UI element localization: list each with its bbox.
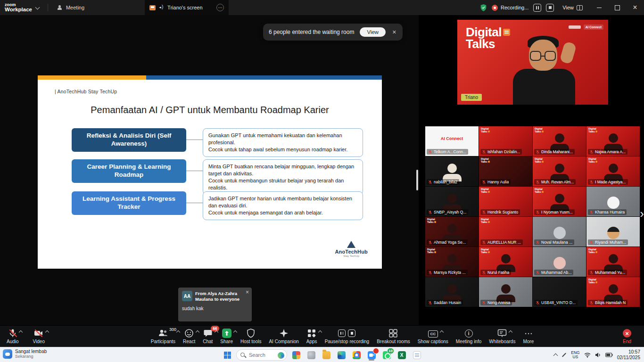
digital-talks-mini-logo: Digital Talks [588, 248, 597, 254]
pause-stop-recording-button[interactable]: Pause/stop recording [325, 329, 370, 344]
whatsapp-app-icon[interactable]: 10 [380, 349, 393, 361]
next-page-arrow-icon[interactable] [640, 207, 644, 220]
participant-tile[interactable]: Digital Talks I Nyoman Yusm... [533, 187, 586, 216]
participant-tile[interactable]: Digital Talks Najwa Amara A... [586, 126, 640, 156]
stage-scrollbar[interactable] [416, 170, 418, 190]
notification-view-button[interactable]: View [360, 27, 386, 37]
speaker-icon [159, 5, 164, 10]
ai-connect-logo: AI Connect [425, 126, 479, 150]
show-captions-button[interactable]: Show captions [418, 329, 448, 344]
presentation-slide: | AnoTechHub Stay TechUp Pemanfaatan AI … [38, 75, 382, 269]
participant-tile[interactable]: Digital Talks SNBP_Aisyah Q... [425, 187, 479, 216]
volume-icon[interactable] [595, 352, 601, 358]
chevron-down-icon[interactable] [35, 5, 40, 9]
pen-icon[interactable] [562, 353, 566, 357]
participant-tile[interactable]: Digital Talks Marsya Rizkyta ... [425, 247, 479, 277]
share-screen-icon [222, 329, 231, 338]
participant-tile[interactable]: Digital Talks Noval Maulana ... [533, 217, 586, 247]
excel-app-icon[interactable] [396, 349, 408, 361]
chevron-up-icon[interactable] [19, 330, 23, 334]
chrome-browser-icon[interactable] [350, 349, 363, 361]
photos-app-icon[interactable] [290, 349, 302, 361]
ai-companion-button[interactable]: AI Companion [269, 329, 298, 344]
participants-button[interactable]: 300 Participants [151, 329, 175, 344]
security-shield-icon[interactable] [480, 4, 487, 12]
chat-popup-close-icon[interactable]: × [246, 289, 249, 296]
edge-browser-icon[interactable] [335, 349, 347, 361]
chevron-up-icon[interactable] [318, 330, 322, 334]
participant-tile[interactable]: Digital Talks Bilqis Hamidah N [586, 277, 640, 307]
video-button[interactable]: Video [33, 329, 45, 344]
chevron-up-icon[interactable] [45, 330, 49, 334]
participant-tile[interactable]: Digital Talks Muhammad Yu... [586, 247, 640, 277]
participant-tile[interactable]: Digital Talks AURELLIA NUR ... [479, 217, 532, 247]
participant-name: USB48_VINTO D... [541, 300, 576, 305]
more-button[interactable]: More [523, 329, 534, 344]
clock[interactable]: 10:57 02/11/2025 [617, 349, 642, 361]
breakout-rooms-button[interactable]: Breakout rooms [377, 329, 410, 344]
notepad-app-icon[interactable] [411, 349, 423, 361]
minimize-button[interactable] [590, 0, 608, 15]
close-button[interactable] [626, 0, 644, 15]
language-indicator[interactable]: ENG US [571, 351, 579, 360]
participant-tile[interactable]: Digital Talks Ahmad Yoga Se... [425, 217, 479, 247]
start-button[interactable] [221, 349, 233, 361]
battery-icon[interactable] [605, 353, 613, 357]
meeting-info-button[interactable]: Meeting info [456, 329, 481, 344]
view-button[interactable]: View [562, 5, 583, 10]
participant-tile[interactable]: Digital Talks AI Connect Telkom A...Conn… [425, 126, 479, 156]
tab-trianos-screen[interactable]: Triano's screen [145, 0, 229, 15]
end-meeting-button[interactable]: End [623, 329, 631, 344]
participant-tile[interactable]: Digital Talks Dinda Maharani... [533, 126, 586, 156]
participant-tile[interactable]: Digital Talks Hanny Aulia [479, 156, 532, 186]
pause-recording-icon[interactable] [338, 329, 346, 337]
chat-button[interactable]: 66 Chat [203, 329, 213, 344]
chevron-up-icon[interactable] [176, 330, 180, 334]
tab-meeting[interactable]: Meeting [53, 0, 89, 15]
taskbar-search[interactable] [236, 349, 287, 361]
weather-widget[interactable]: Sangat lembab Sekarang [3, 349, 47, 359]
digital-talks-mini-logo: Digital Talks [481, 188, 490, 194]
hidden-icons-chevron[interactable] [553, 354, 558, 358]
react-button[interactable]: React [183, 329, 195, 344]
audio-button[interactable]: Audio [7, 329, 19, 344]
chevron-up-icon[interactable] [509, 330, 512, 334]
whiteboards-button[interactable]: Whiteboards [489, 329, 515, 344]
screen-share-icon [149, 5, 156, 10]
maximize-button[interactable] [608, 0, 626, 15]
participant-tile[interactable]: Digital Talks I Made Agastya... [586, 156, 640, 186]
participant-tile[interactable]: Digital Talks Riyandi Muham... [586, 217, 640, 247]
participant-figure [553, 257, 566, 269]
participant-tile[interactable]: Digital Talks Ishfahan Dzilalin... [479, 126, 532, 156]
zoom-app-icon[interactable] [365, 349, 378, 361]
apps-button[interactable]: Apps [306, 329, 317, 344]
participant-tile[interactable]: Digital Talks Khansa Humaira [586, 187, 640, 216]
participant-name: Muhammad Ab... [541, 270, 571, 275]
participant-tile[interactable]: Digital Talks nabilah_bila2 [425, 156, 479, 186]
settings-app-icon[interactable] [305, 349, 317, 361]
chevron-up-icon[interactable] [196, 330, 199, 334]
file-explorer-icon[interactable] [320, 349, 332, 361]
host-tools-button[interactable]: Host tools [240, 329, 261, 344]
participant-tile[interactable]: Digital Talks USB48_VINTO D... [533, 277, 586, 307]
participant-tile[interactable]: Digital Talks Muh. Revan Alm... [533, 156, 586, 186]
chevron-up-icon[interactable] [233, 330, 237, 334]
participant-tile[interactable]: Digital Talks Nurul Fatiha [479, 247, 532, 277]
stop-recording-button[interactable] [546, 4, 554, 12]
participant-tile[interactable]: Digital Talks Neng Annisa [479, 277, 532, 307]
share-button[interactable]: Share [220, 329, 233, 344]
recording-indicator[interactable]: Recording... [492, 5, 528, 11]
notification-close-icon[interactable]: × [391, 28, 397, 36]
participant-tile[interactable]: Digital Talks Muhammad Ab... [533, 247, 586, 277]
search-input[interactable] [249, 352, 278, 358]
speaker-video-tile[interactable]: Digital Talks AI Connect Triano [457, 20, 608, 105]
search-highlights-icon [278, 352, 284, 359]
participant-tile[interactable]: Digital Talks Hendrik Sugianto [479, 187, 532, 216]
chat-preview-popup[interactable]: × AA From Alya Az-Zahra Maulana to every… [178, 288, 252, 321]
tab-options-icon[interactable] [216, 4, 224, 11]
stop-recording-icon[interactable] [348, 329, 355, 337]
wifi-icon[interactable] [584, 352, 591, 358]
pause-recording-button[interactable] [533, 4, 541, 12]
participant-tile[interactable]: Digital Talks Saddan Husain [425, 277, 479, 307]
chevron-up-icon[interactable] [440, 330, 444, 334]
